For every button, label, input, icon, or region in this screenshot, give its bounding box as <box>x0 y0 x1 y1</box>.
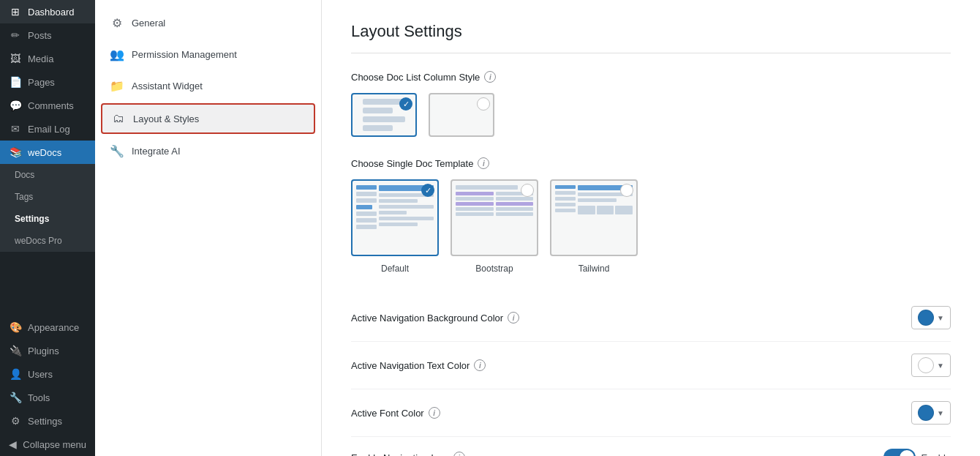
layout-icon: 🗂 <box>111 112 126 125</box>
nav-bg-color-chevron: ▼ <box>937 314 944 322</box>
nav-icon-toggle[interactable] <box>883 449 916 456</box>
tools-icon: 🔧 <box>9 392 22 403</box>
sidebar: ⊞ Dashboard ✏ Posts 🖼 Media 📄 Pages 💬 Co… <box>0 0 95 456</box>
sidebar-sub-settings[interactable]: Settings <box>0 208 95 230</box>
doc-list-info-icon[interactable]: i <box>484 71 496 83</box>
col-style-single[interactable]: ✓ <box>351 93 417 137</box>
single-doc-template-info-icon[interactable]: i <box>478 157 489 169</box>
nav-icon-toggle-label: Enable <box>921 452 951 457</box>
submenu-integrate[interactable]: 🔧 Integrate AI <box>95 135 321 167</box>
page-title: Layout Settings <box>351 22 951 53</box>
nav-icon-label: Enable Navigation Icon i <box>351 452 465 456</box>
template-tailwind-check <box>620 184 633 197</box>
sidebar-sub-wedocs-pro[interactable]: weDocs Pro <box>0 230 95 252</box>
template-default-label: Default <box>381 263 409 274</box>
permission-icon: 👥 <box>110 48 124 61</box>
nav-text-color-btn[interactable]: ▼ <box>911 354 951 377</box>
general-icon: ⚙ <box>110 16 124 30</box>
font-color-row: Active Font Color i ▼ <box>351 389 951 437</box>
template-default[interactable]: ✓ <box>351 179 439 256</box>
nav-bg-color-row: Active Navigation Background Color i ▼ <box>351 294 951 342</box>
submenu-permission[interactable]: 👥 Permission Management <box>95 39 321 70</box>
font-color-label: Active Font Color i <box>351 407 440 419</box>
col-style-two[interactable] <box>429 93 494 137</box>
assistant-icon: 📁 <box>110 79 124 93</box>
sidebar-item-appearance[interactable]: 🎨 Appearance <box>0 315 95 339</box>
template-bootstrap-label: Bootstrap <box>475 263 513 274</box>
col-style-two-check <box>477 97 490 111</box>
submenu-panel: ⚙ General 👥 Permission Management 📁 Assi… <box>95 0 322 456</box>
nav-icon-toggle-wrap: Enable <box>883 449 951 456</box>
nav-bg-color-dot <box>918 310 934 326</box>
nav-bg-color-info-icon[interactable]: i <box>508 312 519 324</box>
sidebar-item-collapse[interactable]: ◀ Collapse menu <box>0 433 95 456</box>
sidebar-item-pages[interactable]: 📄 Pages <box>0 70 95 94</box>
submenu-general[interactable]: ⚙ General <box>95 7 321 39</box>
single-doc-template-section-label: Choose Single Doc Template i <box>351 157 951 169</box>
wedocs-icon: 📚 <box>9 146 22 158</box>
sidebar-sub-tags[interactable]: Tags <box>0 186 95 208</box>
sidebar-item-media[interactable]: 🖼 Media <box>0 47 95 70</box>
nav-icon-info-icon[interactable]: i <box>453 452 465 456</box>
dashboard-icon: ⊞ <box>9 6 22 18</box>
font-color-dot <box>918 405 934 421</box>
nav-text-color-chevron: ▼ <box>937 362 944 370</box>
col-style-options: ✓ <box>351 93 951 137</box>
template-default-check: ✓ <box>421 184 434 197</box>
sidebar-item-users[interactable]: 👤 Users <box>0 362 95 386</box>
sidebar-item-wedocs[interactable]: 📚 weDocs <box>0 141 95 164</box>
template-bootstrap-check <box>521 184 534 197</box>
sidebar-item-comments[interactable]: 💬 Comments <box>0 94 95 117</box>
sidebar-item-plugins[interactable]: 🔌 Plugins <box>0 339 95 362</box>
template-options: ✓ <box>351 179 951 274</box>
sidebar-item-tools[interactable]: 🔧 Tools <box>0 386 95 409</box>
font-color-info-icon[interactable]: i <box>429 407 440 419</box>
settings-icon: ⚙ <box>9 415 22 427</box>
email-icon: ✉ <box>9 123 22 135</box>
doc-list-column-section-label: Choose Doc List Column Style i <box>351 71 951 83</box>
font-color-chevron: ▼ <box>937 409 944 417</box>
nav-text-color-info-icon[interactable]: i <box>474 359 486 371</box>
nav-text-color-dot <box>918 357 934 373</box>
submenu-layout[interactable]: 🗂 Layout & Styles <box>101 103 315 134</box>
sidebar-item-settings-bottom[interactable]: ⚙ Settings <box>0 409 95 433</box>
users-icon: 👤 <box>9 368 22 380</box>
main-content: Layout Settings Choose Doc List Column S… <box>322 0 980 456</box>
template-tailwind-label: Tailwind <box>578 263 610 274</box>
posts-icon: ✏ <box>9 29 22 41</box>
integrate-icon: 🔧 <box>110 144 124 158</box>
nav-icon-row: Enable Navigation Icon i Enable <box>351 437 951 456</box>
sidebar-sub-docs[interactable]: Docs <box>0 164 95 186</box>
nav-bg-color-btn[interactable]: ▼ <box>911 306 951 329</box>
pages-icon: 📄 <box>9 76 22 88</box>
nav-text-color-row: Active Navigation Text Color i ▼ <box>351 342 951 389</box>
nav-text-color-label: Active Navigation Text Color i <box>351 359 486 371</box>
template-bootstrap[interactable] <box>451 179 538 256</box>
sidebar-item-email-log[interactable]: ✉ Email Log <box>0 117 95 141</box>
col-style-two-preview <box>456 100 467 130</box>
comments-icon: 💬 <box>9 100 22 111</box>
collapse-icon: ◀ <box>9 438 17 450</box>
media-icon: 🖼 <box>9 53 22 64</box>
sidebar-item-dashboard[interactable]: ⊞ Dashboard <box>0 0 95 23</box>
sidebar-item-posts[interactable]: ✏ Posts <box>0 23 95 47</box>
submenu-assistant[interactable]: 📁 Assistant Widget <box>95 70 321 102</box>
font-color-btn[interactable]: ▼ <box>911 401 951 425</box>
appearance-icon: 🎨 <box>9 321 22 333</box>
template-tailwind[interactable] <box>550 179 638 256</box>
col-style-single-check: ✓ <box>399 97 412 111</box>
nav-bg-color-label: Active Navigation Background Color i <box>351 312 519 324</box>
plugins-icon: 🔌 <box>9 345 22 356</box>
